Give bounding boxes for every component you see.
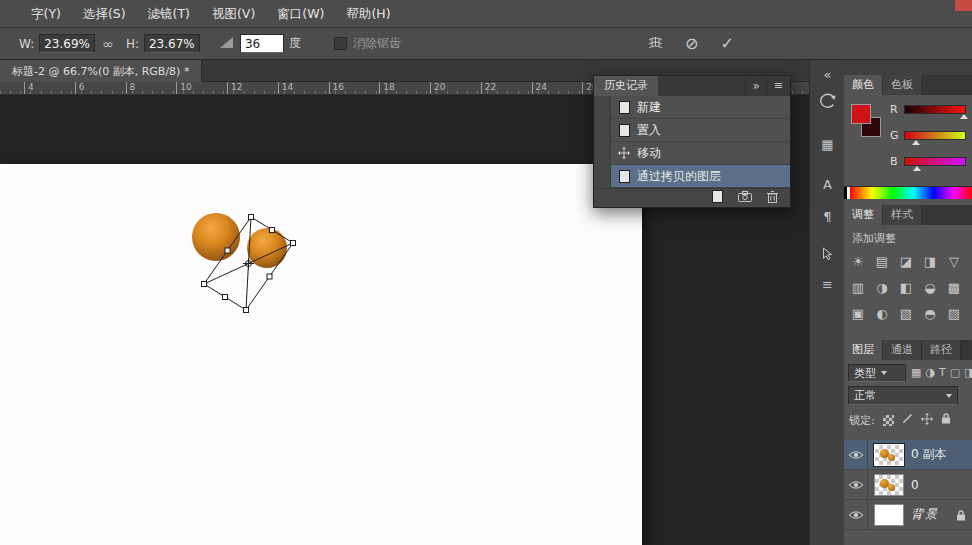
transform-handle[interactable] xyxy=(225,248,230,253)
layer-row-0-copy[interactable]: 0 副本 xyxy=(844,440,972,470)
lock-transparent-pixels-icon[interactable] xyxy=(883,415,894,426)
transform-handle[interactable] xyxy=(249,215,254,220)
history-step-place[interactable]: 置入 xyxy=(594,119,790,142)
document-tab[interactable]: 标题-2 @ 66.7%(0 副本, RGB/8) * xyxy=(0,60,202,82)
history-source-checkbox[interactable] xyxy=(594,165,611,188)
commit-transform-button[interactable]: ✓ xyxy=(720,28,733,60)
history-step-layer-via-copy[interactable]: 通过拷贝的图层 xyxy=(594,165,790,188)
adjustment-photo-filter-icon[interactable]: ◒ xyxy=(918,275,942,301)
adjustment-vibrance-icon[interactable]: ▽ xyxy=(942,249,966,275)
new-snapshot-button[interactable] xyxy=(738,191,752,205)
tab-styles[interactable]: 样式 xyxy=(883,205,922,225)
history-panel-title[interactable]: 历史记录 xyxy=(594,76,658,96)
cancel-transform-button[interactable]: ⊘ xyxy=(685,28,698,60)
canvas[interactable] xyxy=(0,164,642,545)
transform-handle[interactable] xyxy=(270,228,275,233)
layer-filter-kind-dropdown[interactable]: 类型 xyxy=(848,364,906,382)
layer-name[interactable]: 0 xyxy=(911,478,919,492)
transform-handle[interactable] xyxy=(244,308,249,313)
transform-handle[interactable] xyxy=(291,241,296,246)
color-spectrum-bar[interactable] xyxy=(844,186,972,199)
adjustment-exposure-icon[interactable]: ◨ xyxy=(918,249,942,275)
filter-shape-layers-icon[interactable]: ▢ xyxy=(950,364,960,382)
history-source-checkbox[interactable] xyxy=(594,119,611,142)
lock-all-icon[interactable] xyxy=(941,413,951,427)
tab-channels[interactable]: 通道 xyxy=(883,340,922,360)
layer-visibility-toggle[interactable] xyxy=(844,440,868,470)
paragraph-panel-icon[interactable]: ¶ xyxy=(810,204,845,228)
adjustment-levels-icon[interactable]: ▤ xyxy=(870,249,894,275)
paragraph-styles-panel-icon[interactable]: ≡ xyxy=(810,272,845,296)
blue-channel-slider[interactable] xyxy=(904,157,966,166)
link-dimensions-icon[interactable]: ∞ xyxy=(102,30,114,58)
tab-paths[interactable]: 路径 xyxy=(922,340,961,360)
tab-swatches[interactable]: 色板 xyxy=(883,75,922,95)
filter-pixel-layers-icon[interactable]: ▦ xyxy=(911,364,921,382)
adjustment-gradient-map-icon[interactable]: ▨ xyxy=(942,301,966,327)
tool-presets-panel-icon[interactable] xyxy=(810,242,845,266)
filter-type-layers-icon[interactable]: T xyxy=(939,364,946,382)
menu-item[interactable]: 帮助(H) xyxy=(335,0,401,28)
history-source-checkbox[interactable] xyxy=(594,96,611,119)
adjustment-brightness-contrast-icon[interactable]: ☀ xyxy=(846,249,870,275)
layer-thumbnail[interactable] xyxy=(874,504,904,526)
menu-item[interactable]: 字(Y) xyxy=(20,0,72,28)
tab-color[interactable]: 颜色 xyxy=(844,75,883,95)
tab-layers[interactable]: 图层 xyxy=(844,340,883,360)
menu-item[interactable]: 滤镜(T) xyxy=(137,0,201,28)
history-step-new[interactable]: 新建 xyxy=(594,96,790,119)
width-scale-input[interactable] xyxy=(39,34,95,53)
layer-name[interactable]: 0 副本 xyxy=(911,446,946,463)
transform-handle[interactable] xyxy=(223,295,228,300)
warp-mode-button[interactable] xyxy=(648,36,663,52)
rotation-angle-input[interactable] xyxy=(240,34,284,53)
collapse-panel-icon[interactable]: » xyxy=(745,76,765,96)
menu-item[interactable]: 窗口(W) xyxy=(266,0,335,28)
layer-row-background[interactable]: 背景 xyxy=(844,500,972,530)
delete-state-button[interactable] xyxy=(767,191,778,206)
adjustment-color-lookup-icon[interactable]: ▣ xyxy=(846,301,870,327)
antialias-checkbox[interactable] xyxy=(334,37,347,50)
layer-thumbnail[interactable] xyxy=(874,444,904,466)
filter-adjustment-layers-icon[interactable]: ◑ xyxy=(925,364,935,382)
layer-visibility-toggle[interactable] xyxy=(844,470,868,500)
height-scale-input[interactable] xyxy=(144,34,200,53)
lock-position-icon[interactable] xyxy=(921,413,933,428)
transform-handle[interactable] xyxy=(202,282,207,287)
adjustment-posterize-icon[interactable]: ▧ xyxy=(894,301,918,327)
adjustment-color-balance-icon[interactable]: ◑ xyxy=(870,275,894,301)
foreground-color-swatch[interactable] xyxy=(851,104,871,124)
new-document-from-state-button[interactable] xyxy=(712,190,723,206)
adjustments-panel-icon[interactable]: ▦ xyxy=(810,132,845,156)
green-channel-slider[interactable] xyxy=(904,131,966,140)
layer-thumbnail[interactable] xyxy=(874,474,904,496)
menu-item[interactable]: 选择(S) xyxy=(72,0,137,28)
adjustment-black-white-icon[interactable]: ◧ xyxy=(894,275,918,301)
adjustment-hue-saturation-icon[interactable]: ▥ xyxy=(846,275,870,301)
green-slider-handle[interactable] xyxy=(912,140,920,145)
red-slider-handle[interactable] xyxy=(960,114,968,119)
adjustment-channel-mixer-icon[interactable]: ▩ xyxy=(942,275,966,301)
transform-handle[interactable] xyxy=(267,274,272,279)
filter-smart-objects-icon[interactable]: ◨ xyxy=(964,364,972,382)
blue-slider-handle[interactable] xyxy=(913,166,921,171)
history-source-checkbox[interactable] xyxy=(594,142,611,165)
layer-name[interactable]: 背景 xyxy=(911,506,939,523)
color-panel: 颜色 色板 R G B xyxy=(844,75,972,205)
character-panel-icon[interactable]: A xyxy=(810,172,845,196)
adjustment-curves-icon[interactable]: ◪ xyxy=(894,249,918,275)
red-channel-slider[interactable] xyxy=(904,105,966,114)
panel-menu-icon[interactable]: ≡ xyxy=(766,76,790,96)
layer-visibility-toggle[interactable] xyxy=(844,500,868,530)
history-step-move[interactable]: 移动 xyxy=(594,142,790,165)
lock-image-pixels-icon[interactable] xyxy=(902,413,913,427)
layer-row-0[interactable]: 0 xyxy=(844,470,972,500)
menu-item[interactable]: 视图(V) xyxy=(201,0,266,28)
tab-adjustments[interactable]: 调整 xyxy=(844,205,883,225)
blend-mode-dropdown[interactable]: 正常 xyxy=(848,386,958,405)
close-button[interactable] xyxy=(955,0,972,11)
adjustment-threshold-icon[interactable]: ◓ xyxy=(918,301,942,327)
adjustment-invert-icon[interactable]: ◐ xyxy=(870,301,894,327)
history-panel-icon[interactable] xyxy=(810,88,845,112)
collapse-dock-icon[interactable]: « xyxy=(810,62,845,86)
